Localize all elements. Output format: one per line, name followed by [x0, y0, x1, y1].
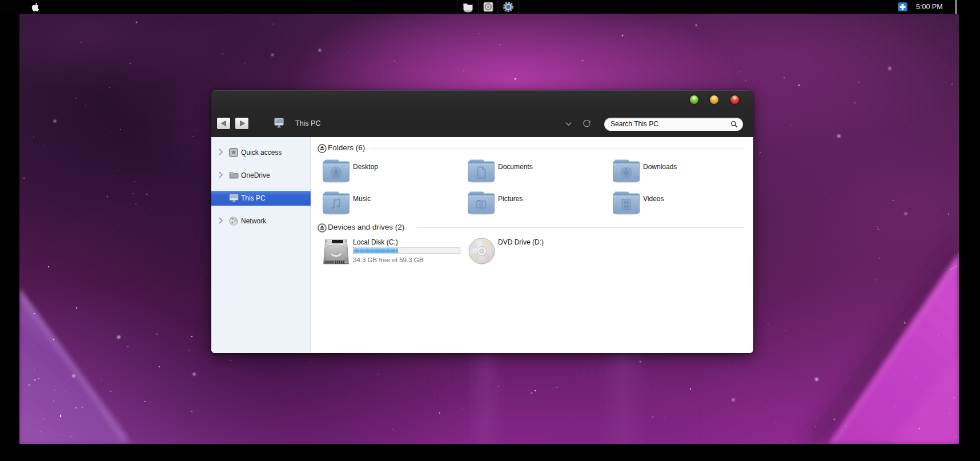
- svg-text:A: A: [232, 150, 235, 155]
